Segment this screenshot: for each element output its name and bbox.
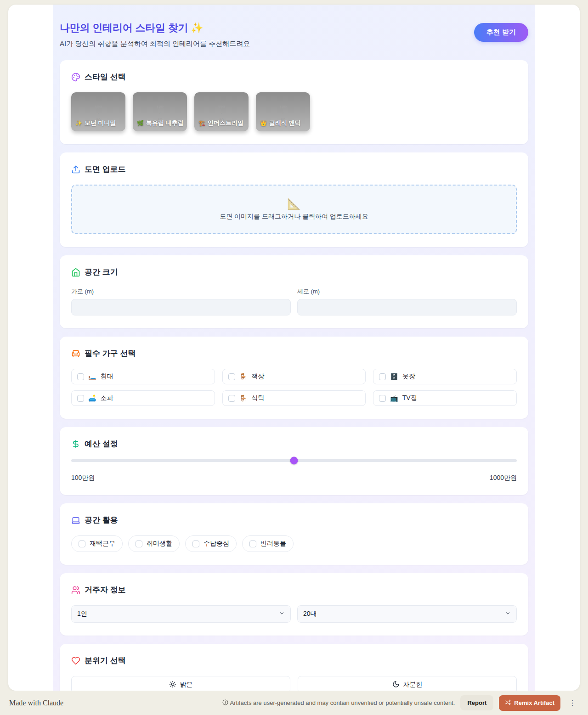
tile-label: 👑 클래식 앤틱	[260, 119, 301, 127]
budget-slider[interactable]	[71, 459, 517, 462]
height-field: 세로 (m)	[297, 287, 517, 315]
furniture-option-bed[interactable]: 🛏️ 침대	[71, 369, 215, 384]
header-text: 나만의 인테리어 스타일 찾기 ✨ AI가 당신의 취향을 분석하여 최적의 인…	[60, 21, 250, 48]
age-select[interactable]: 20대	[297, 605, 517, 623]
furniture-grid: 🛏️ 침대 🪑 책상 🗄️ 옷장 🛋️ 소파	[71, 369, 517, 406]
usage-option-storage[interactable]: 수납중심	[185, 535, 237, 552]
app-container: 나만의 인테리어 스타일 찾기 ✨ AI가 당신의 취향을 분석하여 최적의 인…	[53, 5, 535, 691]
tile-label: 🏗️ 인더스트리얼	[198, 119, 243, 127]
household-select-value: 1인	[77, 610, 87, 618]
home-icon	[71, 268, 80, 277]
info-icon	[222, 699, 228, 707]
made-with-claude-label[interactable]: Made with Claude	[9, 699, 63, 707]
tv-icon: 📺	[390, 395, 398, 401]
checkbox[interactable]	[77, 395, 84, 402]
furniture-option-wardrobe[interactable]: 🗄️ 옷장	[373, 369, 517, 384]
section-budget: 예산 설정 100만원 1000만원	[60, 427, 528, 495]
floorplan-dropzone[interactable]: 📐 도면 이미지를 드래그하거나 클릭하여 업로드하세요	[71, 185, 517, 234]
app-header: 나만의 인테리어 스타일 찾기 ✨ AI가 당신의 취향을 분석하여 최적의 인…	[60, 21, 528, 48]
checkbox[interactable]	[379, 395, 386, 402]
style-tile-industrial[interactable]: 120 × 80 🏗️ 인더스트리얼	[194, 92, 249, 131]
section-budget-head: 예산 설정	[71, 439, 517, 449]
report-button[interactable]: Report	[460, 695, 493, 710]
checkbox[interactable]	[77, 373, 84, 380]
tile-label: ✨ 모던 미니멀	[75, 119, 116, 127]
more-options-icon[interactable]: ⋮	[566, 698, 579, 707]
furniture-option-tv-stand[interactable]: 📺 TV장	[373, 390, 517, 406]
usage-option-hobby[interactable]: 취미생활	[128, 535, 180, 552]
section-budget-title: 예산 설정	[85, 439, 118, 449]
shuffle-icon	[505, 699, 511, 707]
mood-option-calm[interactable]: 차분한	[298, 676, 517, 691]
section-size: 공간 크기 가로 (m) 세로 (m)	[60, 255, 528, 328]
resident-selects: 1인 20대	[71, 605, 517, 623]
laptop-icon	[71, 516, 80, 525]
checkbox[interactable]	[79, 540, 85, 547]
cabinet-icon: 🗄️	[390, 373, 398, 380]
usage-option-pet[interactable]: 반려동물	[242, 535, 294, 552]
household-select[interactable]: 1인	[71, 605, 291, 623]
width-field: 가로 (m)	[71, 287, 291, 315]
width-input[interactable]	[71, 299, 291, 315]
upload-icon	[71, 165, 80, 174]
style-tile-nordic-natural[interactable]: 120 × 80 🌿 북유럽 내추럴	[133, 92, 187, 131]
age-select-value: 20대	[303, 610, 317, 618]
section-usage-head: 공간 활용	[71, 515, 517, 525]
mood-grid: 밝은 차분한 자연친화	[71, 676, 517, 691]
sparkles-icon: ✨	[75, 120, 82, 126]
section-usage-title: 공간 활용	[85, 515, 118, 525]
width-label: 가로 (m)	[71, 287, 291, 296]
mood-option-bright[interactable]: 밝은	[71, 676, 290, 691]
checkbox[interactable]	[228, 395, 235, 402]
dropzone-text: 도면 이미지를 드래그하거나 클릭하여 업로드하세요	[220, 213, 368, 221]
bed-icon: 🛏️	[88, 373, 96, 380]
artifact-footer: Made with Claude Artifacts are user-gene…	[0, 691, 588, 715]
couch-icon: 🛋️	[88, 395, 96, 401]
section-upload-title: 도면 업로드	[85, 164, 126, 175]
section-resident-head: 거주자 정보	[71, 585, 517, 595]
section-resident-title: 거주자 정보	[85, 585, 126, 595]
height-input[interactable]	[297, 299, 517, 315]
section-upload-head: 도면 업로드	[71, 164, 517, 175]
checkbox[interactable]	[192, 540, 199, 547]
chevron-down-icon	[505, 610, 511, 618]
section-size-head: 공간 크기	[71, 267, 517, 277]
footer-actions: Artifacts are user-generated and may con…	[222, 695, 579, 711]
checkbox[interactable]	[228, 373, 235, 380]
budget-min-label: 100만원	[71, 474, 95, 482]
section-style-title: 스타일 선택	[85, 72, 126, 82]
section-usage: 공간 활용 재택근무 취미생활 수납중심 반려동물	[60, 503, 528, 565]
budget-labels: 100만원 1000만원	[71, 474, 517, 482]
budget-slider-thumb[interactable]	[290, 457, 298, 465]
triangular-ruler-icon: 📐	[287, 198, 301, 209]
palette-icon	[71, 73, 80, 82]
dollar-icon	[71, 439, 80, 449]
section-furniture: 필수 가구 선택 🛏️ 침대 🪑 책상 🗄️ 옷장	[60, 337, 528, 419]
section-mood: 분위기 선택 밝은 차분한	[60, 644, 528, 691]
style-tile-classic-antique[interactable]: 120 × 80 👑 클래식 앤틱	[256, 92, 310, 131]
chair-icon: 🪑	[239, 373, 247, 380]
herb-icon: 🌿	[137, 120, 144, 126]
furniture-option-desk[interactable]: 🪑 책상	[222, 369, 366, 384]
usage-option-remote-work[interactable]: 재택근무	[71, 535, 123, 552]
remix-artifact-button[interactable]: Remix Artifact	[499, 695, 560, 711]
chair-icon: 🪑	[239, 395, 247, 401]
style-tiles: 120 × 80 ✨ 모던 미니멀 120 × 80	[71, 92, 517, 131]
recommend-button[interactable]: 추천 받기	[474, 23, 528, 42]
checkbox[interactable]	[249, 540, 256, 547]
construction-icon: 🏗️	[198, 120, 205, 126]
furniture-option-dining-table[interactable]: 🪑 식탁	[222, 390, 366, 406]
style-tile-modern-minimal[interactable]: 120 × 80 ✨ 모던 미니멀	[71, 92, 125, 131]
budget-max-label: 1000만원	[490, 474, 517, 482]
section-size-title: 공간 크기	[85, 267, 118, 277]
furniture-option-sofa[interactable]: 🛋️ 소파	[71, 390, 215, 406]
chevron-down-icon	[279, 610, 285, 618]
usage-pills: 재택근무 취미생활 수납중심 반려동물	[71, 535, 517, 552]
size-fields: 가로 (m) 세로 (m)	[71, 287, 517, 315]
disclaimer: Artifacts are user-generated and may con…	[222, 699, 455, 707]
users-icon	[71, 586, 80, 595]
checkbox[interactable]	[379, 373, 386, 380]
checkbox[interactable]	[136, 540, 142, 547]
armchair-icon	[71, 349, 80, 358]
page-subtitle: AI가 당신의 취향을 분석하여 최적의 인테리어를 추천해드려요	[60, 39, 250, 48]
